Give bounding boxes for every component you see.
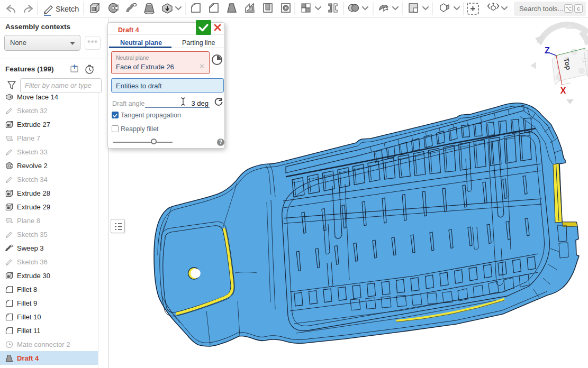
svg-text:X: X xyxy=(560,86,566,95)
svg-text:Sketch: Sketch xyxy=(56,5,79,13)
svg-text:Z: Z xyxy=(545,46,550,55)
